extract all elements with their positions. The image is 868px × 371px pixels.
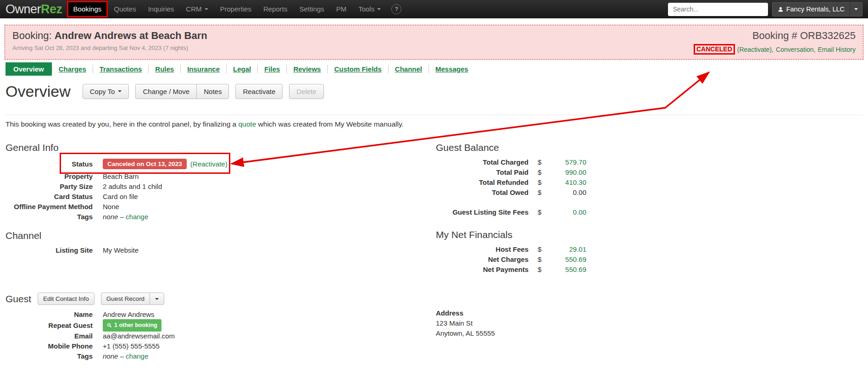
party-size-value: 2 adults and 1 child [103,182,162,191]
tab-files[interactable]: Files [258,63,286,75]
nav-item-settings[interactable]: Settings [293,0,330,18]
account-caret-button[interactable] [850,2,862,17]
tags-label: Tags [6,212,93,221]
search-input[interactable] [668,3,768,16]
magnifier-icon [107,323,112,328]
booking-number: Booking # ORB332625 [694,29,856,42]
repeat-guest-row: Repeat Guest 1 other booking [6,320,382,331]
nav-item-quotes-label: Quotes [114,0,136,18]
nav-item-reports-label: Reports [263,0,288,18]
tab-custom-fields[interactable]: Custom Fields [328,63,388,75]
currency-symbol: $ [538,244,544,254]
listing-site-row: Listing Site My Website [6,245,382,255]
listing-site-value: My Website [103,245,139,255]
nav-item-crm[interactable]: CRM [180,0,214,18]
card-status-label: Card Status [6,192,93,201]
guest-email-label: Email [6,331,93,341]
status-reactivate-link[interactable]: (Reactivate) [190,160,228,168]
total-charged-row: Total Charged $ 579.70 [436,157,734,167]
repeat-guest-badge[interactable]: 1 other booking [103,319,161,332]
email-history-link[interactable]: Email History [818,46,856,53]
account-label: Fancy Rentals, LLC [786,6,845,13]
tab-messages[interactable]: Messages [429,63,475,75]
nav-item-tools[interactable]: Tools [352,0,387,18]
host-fees-value: 29.01 [544,244,586,254]
guest-tags-separator: – [120,352,124,360]
right-column: Guest Balance Total Charged $ 579.70 Tot… [436,143,734,338]
currency-symbol: $ [538,207,544,217]
tags-value: none – change [103,212,148,221]
total-refunded-label: Total Refunded [436,177,529,187]
reactivate-link[interactable]: (Reactivate), [737,46,773,53]
tab-insurance[interactable]: Insurance [181,63,226,75]
chevron-down-icon [205,8,208,10]
header-divider [6,115,862,115]
net-charges-value: 550.69 [544,255,586,264]
tab-overview[interactable]: Overview [6,62,52,76]
delete-button: Delete [289,84,323,99]
guest-name-label: Name [6,310,93,319]
address-line2: Anytown, AL 55555 [436,328,734,338]
currency-symbol: $ [538,188,544,197]
tab-charges[interactable]: Charges [52,63,93,75]
address-block: Address 123 Main St Anytown, AL 55555 [436,308,734,338]
notes-button[interactable]: Notes [196,84,229,99]
guest-name-value: Andrew Andrews [103,310,155,319]
tab-rules[interactable]: Rules [149,63,180,75]
party-size-label: Party Size [6,182,93,191]
nav-item-pm[interactable]: PM [330,0,353,18]
guest-tags-change-link[interactable]: change [126,352,148,360]
help-button[interactable]: ? [391,4,401,14]
address-line1: 123 Main St [436,318,734,328]
net-payments-label: Net Payments [436,265,529,274]
property-link[interactable]: Beach Barn [103,172,139,181]
listing-site-label: Listing Site [6,245,93,255]
left-column: General Info Status Canceled on Oct 13, … [6,143,382,361]
total-charged-label: Total Charged [436,157,529,167]
account-button[interactable]: Fancy Rentals, LLC [772,2,850,17]
guest-phone-link[interactable]: +1 (555) 555-5555 [103,341,160,351]
nav-item-inquiries-label: Inquiries [148,0,174,18]
tab-transactions[interactable]: Transactions [93,63,149,75]
tab-legal[interactable]: Legal [227,63,257,75]
nav-item-quotes[interactable]: Quotes [108,0,142,18]
tags-none-text: none [103,213,118,221]
tags-change-link[interactable]: change [126,213,148,221]
nav-item-bookings-label: Bookings [73,2,102,16]
repeat-guest-badge-label: 1 other booking [114,321,157,330]
guest-email-link[interactable]: aa@andrewsemail.com [103,331,175,341]
content-columns: General Info Status Canceled on Oct 13, … [6,143,862,371]
total-owed-row: Total Owed $ 0.00 [436,188,734,197]
host-fees-row: Host Fees $ 29.01 [436,244,734,254]
banner-left: Booking: Andrew Andrews at Beach Barn Ar… [12,29,207,55]
guest-tags-none-text: none [103,352,118,360]
tags-row: Tags none – change [6,212,382,221]
booking-tabs: Overview Charges Transactions Rules Insu… [6,62,475,76]
edit-contact-info-button[interactable]: Edit Contact Info [38,293,95,305]
quote-link[interactable]: quote [239,120,256,128]
reactivate-button[interactable]: Reactivate [235,84,283,99]
repeat-guest-label: Repeat Guest [6,321,93,330]
nav-item-reports[interactable]: Reports [257,0,294,18]
total-paid-label: Total Paid [436,167,529,177]
tab-reviews[interactable]: Reviews [287,63,327,75]
nav-item-inquiries[interactable]: Inquiries [142,0,180,18]
nav-item-bookings[interactable]: Bookings [67,1,108,17]
nav-item-properties-label: Properties [220,0,251,18]
booking-description: This booking was created by you, here in… [6,120,404,128]
change-move-button[interactable]: Change / Move [135,84,196,99]
guest-record-caret-button[interactable] [150,293,164,305]
copy-to-button[interactable]: Copy To [83,84,129,99]
booking-title-prefix: Booking: [12,30,55,41]
status-badge: Canceled on Oct 13, 2023 [103,159,187,169]
currency-symbol: $ [538,255,544,264]
guest-record-button[interactable]: Guest Record [101,293,150,305]
offline-payment-label: Offline Payment Method [6,202,93,211]
nav-item-properties[interactable]: Properties [214,0,257,18]
toolbar: Copy To Change / Move Notes Reactivate D… [83,84,324,99]
conversation-link[interactable]: Conversation, [776,46,815,53]
total-paid-row: Total Paid $ 990.00 [436,167,734,177]
ownerrez-logo[interactable]: OwnerRez [6,2,62,17]
property-row: Property Beach Barn [6,172,382,181]
tab-channel[interactable]: Channel [389,63,428,75]
